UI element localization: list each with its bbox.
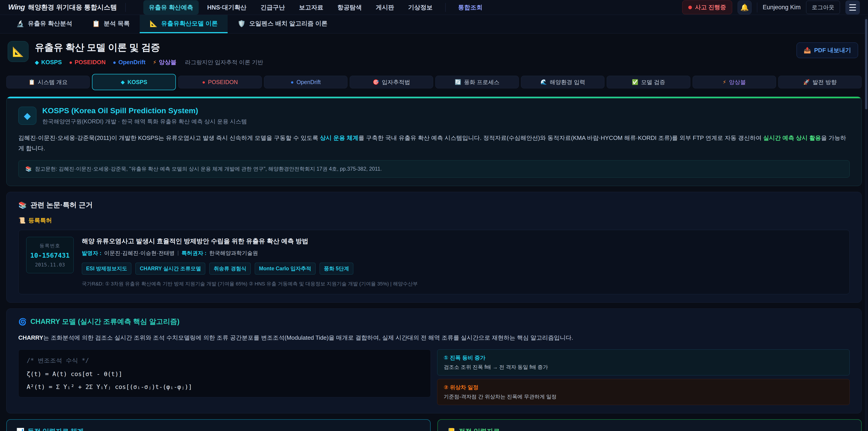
inventor-label: 발명자 : [82,249,101,257]
status-badge-label: 사고 진행중 [695,3,726,11]
kosps-subtitle: 한국해양연구원(KORDI) 개발 · 한국 해역 특화 유출유 확산 예측 상… [42,118,247,125]
patent-registration-box: 등록번호 10-1567431 2015.11.03 [26,237,74,273]
callout-title: ② 위상차 일정 [444,384,843,391]
badge-label: POSEIDON [74,59,105,66]
notification-button[interactable]: 🔔 [738,0,752,14]
page-header: 📐 유출유 확산 모델 이론 및 검증 ◆ KOSPS ● POSEIDON ●… [0,33,868,72]
hamburger-menu-icon[interactable] [845,0,860,14]
patentee-name: 한국해양과학기술원 [209,249,258,257]
pill-system-overview[interactable]: 📋 시스템 개요 [6,76,90,88]
pill-label: 입자추적법 [382,79,410,86]
badge-label: 앙상블 [159,58,177,66]
formula-line-1: ζ(t) = A(t) cos[σt - θ(t)] [27,370,423,377]
callout-body: 기준점-격자점 간 위상차는 진폭에 무관하게 일정 [444,393,843,400]
pill-kosps[interactable]: ◆ KOSPS [92,74,176,90]
badge-ensemble: ⚡ 앙상블 [153,58,177,66]
pill-particle-tracking[interactable]: 🎯 입자추적법 [350,76,433,88]
clipboard-icon: 📋 [29,79,35,85]
rocket-icon: 🚀 [803,79,810,85]
patent-tag: 풍화 5단계 [320,263,353,275]
nav-item-oil-spill-prediction[interactable]: 유출유 확산예측 [143,0,199,15]
nav-item-weather-info[interactable]: 기상정보 [403,0,438,15]
pill-label: 해양환경 입력 [550,79,585,86]
status-dot-icon [688,6,692,9]
pdf-export-label: PDF 내보내기 [814,46,851,54]
reg-date: 2015.11.03 [30,262,70,268]
page-title: 유출유 확산 모델 이론 및 검증 [35,41,263,54]
kosps-reference-box: 📚 참고문헌: 김혜진·이문진·오세웅·강준묵, "유출유 확산 예측 모델의 … [18,160,850,178]
kosps-diamond-icon: ◆ [18,107,36,125]
kosps-paragraph-part: 김혜진·이문진·오세웅·강준묵(2011)이 개발한 KOSPS는 유류오염사고… [18,134,320,141]
dynamic-input-card: 📊 동적 입력자료 체계 🌬️ 바람·기온 KMA UM · ~12km · 2… [6,419,431,431]
target-icon: 🎯 [373,79,379,85]
bell-icon: 🔔 [740,3,749,11]
triangle-ruler-icon: 📐 [150,20,158,27]
callout-title: ① 진폭 등비 증가 [444,354,843,361]
subtab-oil-fence-algorithm[interactable]: 🛡️ 오일펜스 배치 알고리즘 이론 [228,15,337,33]
kosps-title: KOSPS (Korea Oil Spill Prediction System… [42,106,247,115]
nav-item-reports[interactable]: 보고자료 [293,0,329,15]
page-subtitle-note: 라그랑지안 입자추적 이론 기반 [185,59,264,66]
diamond-icon: ◆ [35,59,39,65]
static-title-text: 정적 입력자료 [459,427,500,431]
patent-badge-text: 등록특허 [28,217,52,224]
badge-poseidon: ● POSEIDON [69,59,106,66]
patent-title: 해양 유류오염사고 발생시 효율적인 방제방안 수립을 위한 유출유 확산 예측… [82,237,418,245]
scrollbar-track[interactable] [865,16,868,431]
lightning-icon: ⚡ [723,79,726,85]
nav-item-integrated-search[interactable]: 통합조회 [453,0,488,15]
nav-item-emergency-rescue[interactable]: 긴급구난 [255,0,290,15]
reg-number-label: 등록번호 [30,243,70,249]
cycle-icon: 🔄 [455,79,461,85]
diamond-icon: ◆ [121,79,125,85]
reg-number-value: 10-1567431 [30,251,70,259]
badge-opendrift: ● OpenDrift [113,59,145,66]
subtab-label: 분석 목록 [103,20,130,28]
app-logo: Wing 해양환경 위기대응 통합시스템 [8,3,117,12]
logout-button[interactable]: 로그아웃 [806,1,840,14]
pill-future-direction[interactable]: 🚀 발전 방향 [778,76,862,88]
subtab-label: 유출유 확산분석 [28,20,72,28]
pill-label: 풍화 프로세스 [464,79,499,86]
static-input-card: 📒 정적 입력자료 📍 수심·해안선 전자해도(ENC) → 500m 격자 보… [437,419,862,431]
pill-label: OpenDrift [297,79,321,86]
patent-item: 등록번호 10-1567431 2015.11.03 해양 유류오염사고 발생시… [18,230,850,294]
kosps-description: 김혜진·이문진·오세웅·강준묵(2011)이 개발한 KOSPS는 유류오염사고… [18,133,850,153]
static-input-title: 📒 정적 입력자료 [447,427,852,431]
incident-status-badge[interactable]: 사고 진행중 [682,0,732,14]
nav-item-hns-air-diffusion[interactable]: HNS·대기확산 [202,0,252,15]
nav-item-board[interactable]: 게시판 [370,0,400,15]
pill-ensemble[interactable]: ⚡ 앙상블 [692,76,776,88]
inventor-names: 이문진·김혜진·이승현·전태병 [104,249,175,257]
pill-poseidon[interactable]: ● POSEIDON [178,76,261,88]
papers-patents-card: 📚 관련 논문·특허 근거 📜 등록특허 등록번호 10-1567431 201… [6,192,862,303]
national-rnd-note: 국가R&D: ① 3차원 유출유 확산예측 기반 방제 지원기술 개발 (기여율… [82,280,418,287]
patent-tag: ESI 방제정보지도 [82,263,131,275]
bar-chart-icon: 📊 [16,428,24,431]
charry-title-text: CHARRY 모델 (실시간 조류예측 핵심 알고리즘) [30,317,180,326]
patentee-label: 특허권자 : [182,249,207,257]
charry-callouts: ① 진폭 등비 증가 검조소 조위 진폭 f배 → 전 격자 동일 f배 증가 … [437,349,850,405]
kosps-overview-card: ◆ KOSPS (Korea Oil Spill Prediction Syst… [6,96,862,186]
nav-item-aerial-search[interactable]: 항공탐색 [332,0,367,15]
subtab-spill-analysis[interactable]: 🔬 유출유 확산분석 [6,15,82,33]
nav-divider [125,3,126,12]
app-header: Wing 해양환경 위기대응 통합시스템 유출유 확산예측 HNS·대기확산 긴… [0,0,868,15]
blue-dot-icon: ● [291,79,294,85]
subtab-model-theory[interactable]: 📐 유출유확산모델 이론 [140,15,228,33]
pill-opendrift[interactable]: ● OpenDrift [264,76,347,88]
dynamic-input-title: 📊 동적 입력자료 체계 [16,427,421,431]
subtab-analysis-list[interactable]: 📋 분석 목록 [82,15,140,33]
pill-marine-env-input[interactable]: 🌊 해양환경 입력 [521,76,604,88]
pill-model-validation[interactable]: ✅ 모델 검증 [607,76,690,88]
subtab-label: 오일펜스 배치 알고리즘 이론 [249,20,328,28]
kosps-highlight-cyan: 상시 운용 체계 [320,134,358,141]
pill-label: 모델 검증 [641,79,665,86]
scroll-icon: 📜 [18,217,26,224]
pdf-export-button[interactable]: 📤 PDF 내보내기 [797,42,858,58]
pill-weathering-process[interactable]: 🔄 풍화 프로세스 [435,76,519,88]
clipboard-icon: 📋 [92,20,100,27]
scrollbar-thumb[interactable] [865,19,867,110]
charry-model-card: 🌀 CHARRY 모델 (실시간 조류예측 핵심 알고리즘) CHARRY는 조… [6,308,862,413]
lightning-icon: ⚡ [153,59,157,65]
